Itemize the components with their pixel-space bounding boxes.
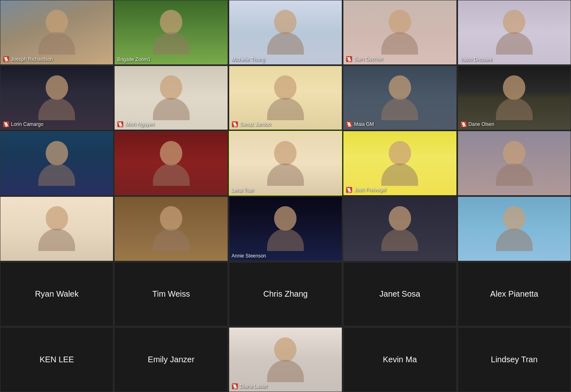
video-tile-6[interactable]: Lorin Camargo: [0, 66, 113, 130]
participant-label-28: Diana Laster: [240, 383, 268, 389]
tile-name-label-28: Diana Laster: [232, 383, 268, 390]
participant-label-2: Brigade Zoom1: [117, 57, 150, 62]
video-tile-13[interactable]: Lena Tran: [229, 131, 342, 196]
participant-label-18: Annie Steenson: [232, 253, 266, 259]
video-tile-20[interactable]: [458, 196, 571, 261]
video-tile-25[interactable]: Alex Pianetta: [458, 262, 571, 327]
video-tile-9[interactable]: Maia GM: [343, 66, 456, 130]
participant-label-4: Sam Gechter: [354, 56, 383, 62]
mute-icon-4: [346, 56, 352, 62]
participant-name-27: Emily Janzer: [148, 355, 194, 364]
video-tile-24[interactable]: Janet Sosa: [343, 262, 456, 327]
participant-name-21: Ryan Walek: [35, 289, 79, 299]
video-tile-21[interactable]: Ryan Walek: [0, 262, 113, 327]
video-grid: Joesph RichardsonBrigade Zoom1Michelle T…: [0, 0, 571, 392]
mute-icon-9: [346, 121, 352, 128]
tile-name-label-4: Sam Gechter: [346, 56, 383, 62]
video-tile-29[interactable]: Kevin Ma: [343, 327, 456, 392]
participant-label-14: Josh Freivogel: [354, 187, 386, 193]
tile-name-label-3: Michelle Thong: [232, 57, 265, 62]
video-tile-18[interactable]: Annie Steenson: [229, 196, 342, 261]
participant-name-22: Tim Weiss: [152, 289, 190, 299]
tile-name-label-6: Lorin Camargo: [3, 121, 43, 128]
participant-label-6: Lorin Camargo: [11, 121, 43, 127]
video-tile-2[interactable]: Brigade Zoom1: [114, 0, 228, 65]
mute-icon-1: [3, 56, 9, 62]
video-tile-19[interactable]: [343, 196, 456, 261]
video-tile-28[interactable]: Diana Laster: [229, 327, 342, 392]
participant-label-13: Lena Tran: [232, 187, 254, 193]
video-tile-16[interactable]: [0, 196, 113, 261]
participant-label-3: Michelle Thong: [232, 57, 265, 62]
video-tile-10[interactable]: Dane Olsen: [458, 66, 571, 130]
tile-name-label-9: Maia GM: [346, 121, 374, 128]
video-tile-4[interactable]: Sam Gechter: [343, 0, 456, 65]
tile-name-label-2: Brigade Zoom1: [117, 57, 150, 62]
mute-icon-10: [460, 121, 467, 128]
participant-name-25: Alex Pianetta: [490, 289, 538, 299]
participant-name-29: Kevin Ma: [383, 355, 417, 364]
participant-label-7: Minh Nguyen: [125, 121, 154, 127]
tile-name-label-1: Joesph Richardson: [3, 56, 53, 62]
participant-label-8: Sanaz Jamloo: [240, 121, 271, 127]
tile-name-label-18: Annie Steenson: [232, 253, 266, 259]
video-tile-26[interactable]: KEN LEE: [0, 327, 113, 392]
tile-name-label-14: Josh Freivogel: [346, 187, 386, 193]
participant-name-24: Janet Sosa: [379, 289, 420, 299]
video-tile-11[interactable]: [0, 131, 113, 196]
video-tile-5[interactable]: Valdo Drozdek: [458, 0, 571, 65]
video-tile-22[interactable]: Tim Weiss: [114, 262, 228, 327]
mute-icon-8: [232, 121, 238, 128]
video-tile-17[interactable]: [114, 196, 228, 261]
video-tile-15[interactable]: [458, 131, 571, 196]
video-tile-23[interactable]: Chris Zhang: [229, 262, 342, 327]
video-tile-7[interactable]: Minh Nguyen: [114, 66, 228, 130]
participant-name-30: Lindsey Tran: [491, 355, 538, 364]
video-tile-12[interactable]: [114, 131, 228, 196]
tile-name-label-13: Lena Tran: [232, 187, 254, 193]
video-tile-14[interactable]: Josh Freivogel: [343, 131, 456, 196]
mute-icon-7: [117, 121, 124, 128]
tile-name-label-5: Valdo Drozdek: [460, 57, 492, 62]
video-tile-30[interactable]: Lindsey Tran: [458, 327, 571, 392]
participant-name-26: KEN LEE: [40, 355, 74, 364]
participant-label-1: Joesph Richardson: [11, 56, 53, 62]
participant-name-23: Chris Zhang: [263, 289, 308, 299]
video-tile-3[interactable]: Michelle Thong: [229, 0, 342, 65]
participant-label-9: Maia GM: [354, 121, 374, 127]
mute-icon-6: [3, 121, 9, 128]
mute-icon-28: [232, 383, 238, 390]
tile-name-label-7: Minh Nguyen: [117, 121, 154, 128]
video-tile-1[interactable]: Joesph Richardson: [0, 0, 113, 65]
participant-label-5: Valdo Drozdek: [460, 57, 492, 62]
tile-name-label-8: Sanaz Jamloo: [232, 121, 271, 128]
mute-icon-14: [346, 187, 352, 193]
video-tile-27[interactable]: Emily Janzer: [114, 327, 228, 392]
participant-label-10: Dane Olsen: [469, 121, 494, 127]
video-tile-8[interactable]: Sanaz Jamloo: [229, 66, 342, 130]
tile-name-label-10: Dane Olsen: [460, 121, 494, 128]
